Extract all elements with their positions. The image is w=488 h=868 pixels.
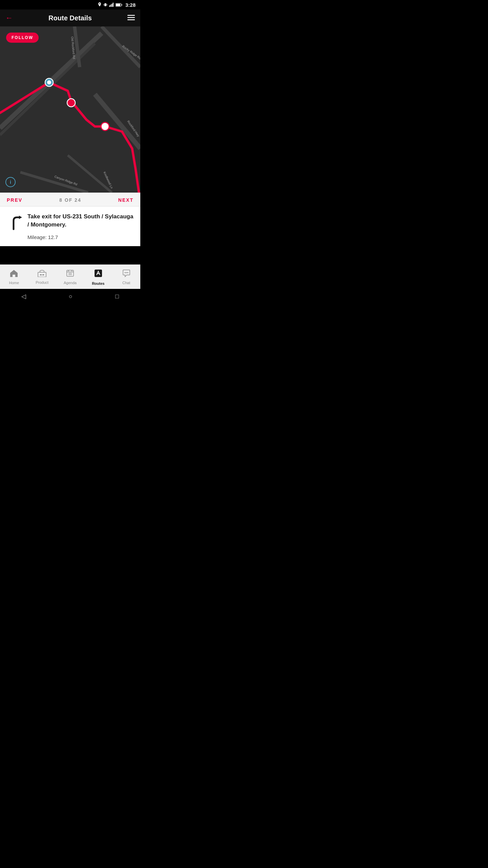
svg-rect-0 — [104, 3, 106, 6]
map-svg: Old Rockford Rd Rocky Ridge Rd Rockford … — [0, 26, 140, 193]
route-counter: 8 OF 24 — [59, 197, 81, 203]
svg-point-27 — [47, 80, 51, 84]
svg-point-29 — [101, 122, 109, 131]
mileage-text: Mileage: 12.7 — [27, 234, 134, 240]
svg-rect-10 — [127, 15, 135, 16]
menu-icon — [127, 15, 135, 20]
recent-android-button[interactable]: □ — [115, 293, 119, 300]
page-title: Route Details — [48, 14, 92, 22]
svg-marker-30 — [19, 216, 22, 219]
agenda-icon — [66, 269, 74, 279]
chat-label: Chat — [122, 281, 130, 285]
turn-icon — [7, 214, 22, 234]
signal-icon — [109, 3, 114, 7]
instruction-area: Take exit for US-231 South / Sylacauga /… — [0, 206, 140, 246]
home-icon — [9, 269, 18, 279]
svg-rect-32 — [40, 274, 42, 275]
svg-rect-9 — [121, 4, 122, 5]
nav-item-agenda[interactable]: Agenda — [56, 265, 84, 289]
svg-rect-5 — [111, 4, 113, 7]
back-android-button[interactable]: ◁ — [21, 293, 26, 300]
instruction-main: Take exit for US-231 South / Sylacauga /… — [27, 213, 134, 229]
vibrate-icon — [103, 2, 107, 7]
battery-icon — [116, 3, 122, 7]
status-bar: 3:28 — [0, 0, 140, 9]
svg-rect-6 — [113, 3, 114, 7]
status-time: 3:28 — [125, 2, 136, 8]
svg-rect-31 — [38, 272, 46, 277]
nav-panel: PREV 8 OF 24 NEXT — [0, 193, 140, 206]
product-label: Product — [36, 280, 48, 284]
android-bar: ◁ ○ □ — [0, 289, 140, 304]
nav-item-routes[interactable]: Routes — [84, 265, 112, 289]
svg-point-44 — [127, 272, 128, 273]
home-android-button[interactable]: ○ — [69, 293, 73, 300]
top-nav: ← Route Details — [0, 9, 140, 26]
instruction-text: Take exit for US-231 South / Sylacauga /… — [27, 213, 134, 240]
agenda-label: Agenda — [64, 281, 77, 285]
svg-rect-1 — [104, 4, 104, 5]
svg-point-42 — [124, 272, 125, 273]
svg-point-43 — [126, 272, 127, 273]
routes-label: Routes — [92, 281, 104, 285]
routes-icon — [94, 269, 103, 280]
nav-item-product[interactable]: Product — [28, 265, 56, 289]
svg-rect-11 — [127, 17, 135, 18]
svg-rect-12 — [127, 19, 135, 20]
back-button[interactable]: ← — [5, 14, 13, 22]
location-icon — [98, 2, 102, 7]
next-button[interactable]: NEXT — [118, 197, 134, 203]
info-icon[interactable]: i — [5, 177, 16, 187]
chat-icon — [122, 269, 131, 279]
svg-rect-33 — [42, 274, 44, 275]
home-label: Home — [9, 281, 19, 285]
prev-button[interactable]: PREV — [7, 197, 22, 203]
bottom-nav: Home Product Agenda — [0, 264, 140, 289]
product-icon — [37, 270, 47, 279]
svg-rect-2 — [107, 4, 107, 5]
nav-item-home[interactable]: Home — [0, 265, 28, 289]
menu-button[interactable] — [127, 14, 135, 22]
svg-rect-4 — [110, 5, 111, 7]
svg-rect-3 — [109, 5, 110, 7]
nav-item-chat[interactable]: Chat — [112, 265, 140, 289]
svg-rect-8 — [116, 4, 120, 6]
map-area: Old Rockford Rd Rocky Ridge Rd Rockford … — [0, 26, 140, 193]
follow-button[interactable]: FOLLOW — [6, 33, 39, 43]
svg-point-28 — [67, 99, 75, 107]
turn-arrow-icon — [7, 214, 22, 231]
status-icons: 3:28 — [98, 2, 136, 8]
